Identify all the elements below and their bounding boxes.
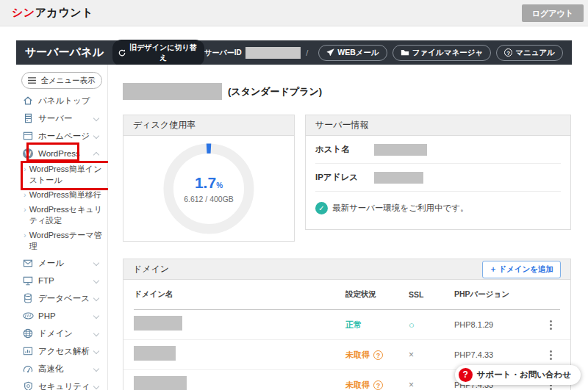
sidebar-subitem-wp-install[interactable]: › WordPress簡単インストール: [16, 162, 107, 188]
chevron-down-icon: [93, 313, 99, 319]
status-cell: 未取得 ?: [345, 350, 409, 361]
summary-cards: ディスク使用率 1.7% 6.612 / 400GB サーバー情報: [123, 115, 571, 242]
sidebar-item-label: セキュリティ: [38, 381, 90, 390]
file-manager-button[interactable]: ファイルマネージャ: [392, 45, 491, 61]
host-row: ホスト名: [315, 136, 561, 164]
switch-old-design-button[interactable]: 旧デザインに切り替え: [112, 40, 204, 66]
question-mark-icon: ?: [459, 368, 473, 382]
server-heading: (スタンダードプラン): [123, 83, 571, 100]
manual-button[interactable]: ? マニュアル: [496, 45, 563, 61]
redacted-server-name: [123, 83, 222, 100]
disk-usage-title: ディスク使用率: [123, 115, 294, 136]
sidebar-item-access-analytics[interactable]: アクセス解析: [16, 342, 107, 360]
chevron-down-icon: [93, 331, 99, 336]
server-id-label: サーバーID: [204, 48, 241, 58]
status-cell: 正常 ?: [345, 319, 409, 331]
help-icon[interactable]: ?: [373, 380, 383, 390]
redacted-domain-name: [134, 316, 182, 331]
check-circle-icon: ✓: [315, 202, 328, 214]
account-topbar: シンアカウント ログアウト: [0, 0, 588, 26]
row-menu-button[interactable]: [548, 318, 554, 332]
webmail-button[interactable]: WEBメール: [318, 45, 387, 61]
sidebar-item-wordpress[interactable]: W WordPress: [16, 145, 107, 162]
sidebar-item-label: データベース: [38, 293, 90, 304]
server-icon: [22, 112, 34, 124]
refresh-icon: [118, 49, 126, 57]
gauge-icon: [22, 363, 34, 375]
chevron-down-icon: [93, 383, 99, 389]
sidebar-item-homepage[interactable]: ホームページ: [16, 127, 107, 145]
monitor-icon: [22, 275, 34, 286]
chevron-down-icon: [93, 133, 99, 139]
subitem-label: WordPressセキュリティ設定: [29, 204, 104, 226]
domain-table-header: ドメイン名 設定状況 SSL PHPバージョン: [134, 280, 560, 309]
chevron-down-icon: [93, 295, 99, 301]
sidebar-item-domain[interactable]: ドメイン: [16, 325, 107, 342]
content-row: 全メニュー表示 パネルトップ サーバー: [16, 65, 588, 390]
disk-usage-card: ディスク使用率 1.7% 6.612 / 400GB: [123, 115, 295, 242]
sidebar-item-ftp[interactable]: FTP: [16, 272, 107, 289]
sidebar-item-label: サーバー: [38, 113, 73, 124]
brand-logo-accent: シン: [12, 6, 35, 18]
sidebar-item-database[interactable]: データベース: [16, 289, 107, 307]
chevron-right-icon: ›: [24, 230, 26, 252]
chevron-right-icon: ›: [24, 189, 26, 201]
domain-card-title: ドメイン: [133, 263, 169, 275]
ssl-cell: ○: [409, 319, 454, 331]
sidebar-item-security[interactable]: セキュリティ: [16, 378, 107, 390]
bar-chart-icon: [22, 345, 34, 357]
shield-icon: [22, 380, 34, 390]
sidebar-item-label: ドメイン: [38, 328, 73, 339]
disk-percent: 1.7: [195, 174, 216, 191]
home-icon: [22, 95, 34, 106]
brand-logo: シンアカウント: [12, 6, 93, 20]
sidebar-item-panel-top[interactable]: パネルトップ: [16, 92, 107, 109]
logout-button[interactable]: ログアウト: [522, 4, 584, 22]
add-domain-label: ドメインを追加: [498, 264, 553, 275]
main-content: (スタンダードプラン) ディスク使用率 1.7% 6.612 / 400GB: [108, 65, 588, 390]
domain-card-header: ドメイン ＋ ドメインを追加: [123, 259, 570, 280]
sidebar-item-server[interactable]: サーバー: [16, 109, 107, 127]
folder-icon: [401, 48, 409, 57]
database-icon: [22, 292, 34, 304]
chevron-down-icon: [93, 278, 99, 284]
row-menu-button[interactable]: [548, 348, 554, 362]
disk-usage-text: 6.612 / 400GB: [184, 195, 234, 203]
add-domain-button[interactable]: ＋ ドメインを追加: [482, 261, 561, 278]
redacted-domain-name: [134, 346, 176, 361]
col-status: 設定状況: [345, 289, 409, 300]
sidebar-subitem-wp-security[interactable]: › WordPressセキュリティ設定: [16, 203, 107, 228]
sidebar-item-php[interactable]: PHP: [16, 307, 107, 325]
sidebar-item-label: PHP: [38, 311, 56, 320]
sidebar-item-mail[interactable]: メール: [16, 254, 107, 272]
separator: /: [306, 48, 308, 57]
php-version-cell: PHP7.4.33: [454, 350, 535, 359]
chevron-up-icon: [93, 151, 99, 157]
sidebar-item-label: 高速化: [38, 364, 64, 375]
subitem-label: WordPressテーマ管理: [29, 230, 104, 252]
webmail-label: WEBメール: [337, 48, 379, 58]
subitem-label: WordPress簡単移行: [29, 189, 101, 201]
server-info-card: サーバー情報 ホスト名 IPアドレス ✓ 最新サーバー環境をご利用中です。: [305, 115, 571, 230]
env-status-row: ✓ 最新サーバー環境をご利用中です。: [315, 202, 561, 214]
sidebar-item-speedup[interactable]: 高速化: [16, 360, 107, 378]
server-panel-page: シンアカウント ログアウト サーバーパネル 旧デザインに切り替え サーバーID …: [0, 0, 588, 390]
disk-percent-unit: %: [216, 181, 223, 189]
support-contact-button[interactable]: ? サポート・お問い合わせ: [455, 365, 581, 385]
host-label: ホスト名: [315, 144, 374, 155]
ip-row: IPアドレス: [315, 164, 561, 192]
plus-icon: ＋: [490, 264, 498, 275]
php-icon: [22, 310, 34, 322]
file-manager-label: ファイルマネージャ: [412, 48, 483, 58]
col-domain-name: ドメイン名: [134, 289, 345, 300]
sidebar-subitem-wp-migration[interactable]: › WordPress簡単移行: [16, 188, 107, 203]
sidebar-subitem-wp-theme[interactable]: › WordPressテーマ管理: [16, 228, 107, 254]
sidebar-item-label: FTP: [38, 276, 54, 285]
browser-window-icon: [22, 130, 34, 142]
redacted-domain-name: [134, 376, 187, 390]
help-icon[interactable]: ?: [373, 350, 383, 360]
switch-old-design-label: 旧デザインに切り替え: [129, 43, 197, 63]
sidebar-menu: パネルトップ サーバー ホームページ: [16, 92, 107, 390]
wordpress-submenu: › WordPress簡単インストール › WordPress簡単移行 › Wo…: [16, 162, 107, 254]
show-all-menu-button[interactable]: 全メニュー表示: [21, 72, 102, 89]
